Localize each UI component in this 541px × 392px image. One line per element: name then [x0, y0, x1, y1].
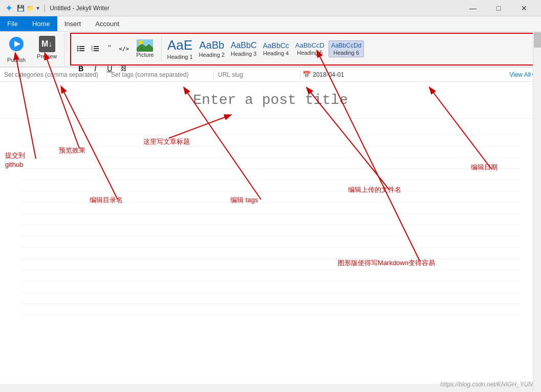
heading-buttons: AaE Heading 1 AaBb Heading 2 AaBbC Headi… [165, 36, 364, 61]
title-bar: ✦ 💾 📁 ▾ | Untitled - Jekyll Writer — □ ✕ [0, 0, 541, 16]
close-button[interactable]: ✕ [512, 0, 536, 16]
picture-button[interactable]: Picture [132, 38, 158, 59]
meta-divider-1 [106, 70, 107, 80]
heading2-label: Heading 2 [199, 52, 225, 58]
heading6-button[interactable]: AaBbCcDd Heading 6 [329, 40, 364, 57]
heading5-preview: AaBbCcD [295, 41, 324, 49]
heading3-label: Heading 3 [231, 51, 256, 57]
code-button[interactable]: </> [117, 42, 131, 55]
heading4-label: Heading 4 [263, 50, 289, 56]
svg-text:3.: 3. [91, 49, 93, 52]
meta-divider-3 [300, 70, 300, 80]
window-controls: — □ ✕ [461, 0, 536, 16]
svg-point-6 [77, 50, 79, 52]
svg-point-4 [77, 48, 79, 50]
editor-line [20, 304, 521, 315]
svg-point-2 [77, 46, 79, 48]
publish-button[interactable]: Publish [4, 34, 29, 65]
calendar-icon: 📅 [302, 71, 311, 78]
heading-separator [161, 36, 162, 61]
publish-label: Publish [7, 57, 26, 63]
svg-rect-9 [94, 46, 99, 47]
format-toolbar: 1.2.3. " </> Picture AaE [70, 33, 540, 66]
markdown-icon: M↓ [39, 36, 55, 52]
heading1-label: Heading 1 [167, 54, 192, 60]
heading3-button[interactable]: AaBbC Heading 3 [229, 40, 259, 58]
menu-insert[interactable]: Insert [57, 16, 89, 31]
maximize-button[interactable]: □ [487, 0, 510, 16]
heading2-preview: AaBb [199, 39, 224, 51]
unordered-list-button[interactable] [74, 42, 88, 55]
editor-line [20, 248, 521, 259]
preview-label: Preview [37, 53, 57, 59]
tags-input[interactable] [109, 68, 211, 81]
editor-line [20, 259, 521, 270]
svg-rect-13 [94, 50, 99, 51]
editor-line [20, 293, 521, 304]
scrollbar-track[interactable] [533, 32, 541, 392]
editor-line [20, 214, 521, 225]
editor-line [20, 281, 521, 293]
menu-file[interactable]: File [0, 16, 25, 31]
window-controls-left: 💾 📁 ▾ [17, 5, 39, 12]
date-field: 📅 2018-04-01 [302, 71, 344, 78]
menu-home[interactable]: Home [25, 16, 57, 31]
heading4-preview: AaBbCc [263, 41, 289, 50]
publish-icon [8, 36, 25, 56]
ordered-list-button[interactable]: 1.2.3. [89, 42, 102, 55]
toolbar-separator-1 [67, 32, 67, 52]
svg-rect-7 [79, 50, 84, 51]
svg-rect-11 [94, 48, 99, 49]
url-slug-input[interactable] [216, 68, 298, 81]
preview-button[interactable]: M↓ Preview [34, 34, 60, 65]
svg-rect-3 [79, 46, 84, 47]
toolbar-wrapper: Publish M↓ Preview 1.2.3. " </> [0, 32, 541, 68]
editor-line [20, 169, 521, 180]
heading1-button[interactable]: AaE Heading 1 [165, 36, 194, 61]
heading4-button[interactable]: AaBbCc Heading 4 [261, 40, 291, 57]
window-title: Untitled - Jekyll Writer [50, 5, 109, 12]
editor-line [20, 225, 521, 236]
editor-line [20, 158, 521, 169]
heading5-button[interactable]: AaBbCcD Heading 5 [293, 40, 327, 57]
menu-account[interactable]: Account [88, 16, 126, 31]
publish-preview-area: Publish M↓ Preview [0, 32, 64, 67]
editor-lines [0, 119, 541, 320]
date-value: 2018-04-01 [313, 71, 344, 78]
picture-icon [137, 39, 153, 52]
editor-line [20, 270, 521, 281]
heading2-button[interactable]: AaBb Heading 2 [197, 38, 227, 59]
picture-label: Picture [136, 52, 154, 58]
app-icon: ✦ [5, 3, 13, 14]
meta-divider-2 [213, 70, 214, 80]
editor-line [20, 146, 521, 158]
heading3-preview: AaBbC [231, 41, 257, 50]
pub-prev-buttons: Publish M↓ Preview [0, 34, 64, 65]
editor-line [20, 191, 521, 203]
menu-bar: File Home Insert Account [0, 16, 541, 32]
title-bar-left: ✦ 💾 📁 ▾ | Untitled - Jekyll Writer [5, 3, 110, 14]
svg-rect-5 [79, 48, 84, 49]
editor-line [20, 180, 521, 191]
heading5-label: Heading 5 [297, 50, 322, 56]
heading6-preview: AaBbCcDd [331, 42, 361, 49]
format-row-1: 1.2.3. " </> Picture AaE [74, 36, 536, 61]
heading6-label: Heading 6 [334, 50, 359, 56]
scrollbar-thumb[interactable] [534, 32, 541, 48]
preview-icon: M↓ [39, 36, 55, 52]
heading1-preview: AaE [167, 37, 192, 53]
editor-line [20, 135, 521, 146]
watermark: https://blog.csdn.net/KNIGH_YUN [440, 381, 533, 388]
minimize-button[interactable]: — [461, 0, 485, 16]
editor-line [20, 124, 521, 135]
editor-area [0, 82, 541, 384]
quote-button[interactable]: " [103, 42, 116, 55]
view-all-label: View All [509, 71, 531, 78]
editor-line [20, 203, 521, 214]
categories-input[interactable] [2, 68, 104, 81]
editor-line [20, 236, 521, 248]
post-title-input[interactable] [0, 82, 541, 119]
svg-point-16 [139, 40, 143, 45]
title-bar-separator: | [44, 4, 46, 13]
